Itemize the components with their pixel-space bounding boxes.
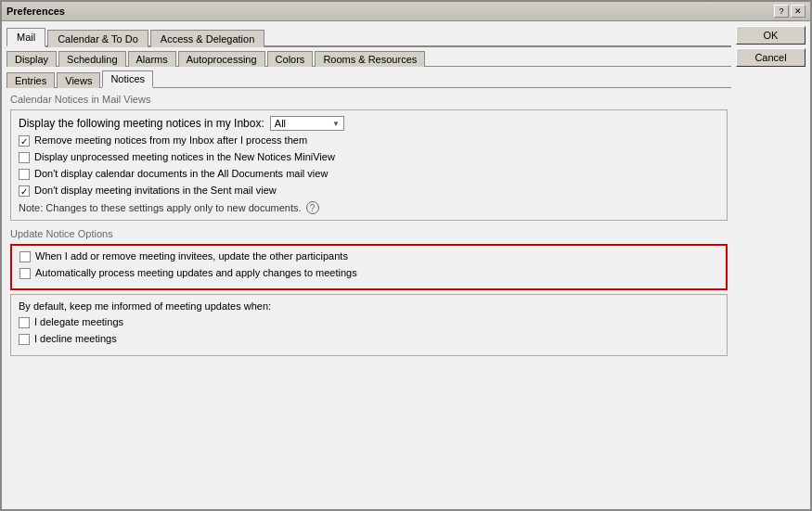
inform-label: By default, keep me informed of meeting … bbox=[19, 300, 719, 312]
update-checkbox-row-1: When I add or remove meeting invitees, u… bbox=[19, 250, 718, 262]
inform-section: By default, keep me informed of meeting … bbox=[10, 294, 728, 356]
checkbox-row-4: Don't display meeting invitations in the… bbox=[19, 185, 719, 197]
checkbox-update-invitees[interactable] bbox=[19, 251, 31, 262]
window-content: Mail Calendar & To Do Access & Delegatio… bbox=[2, 21, 810, 509]
side-buttons: OK Cancel bbox=[736, 26, 806, 505]
calendar-notices-group: Display the following meeting notices in… bbox=[10, 109, 728, 221]
checkbox-unprocessed-notices[interactable] bbox=[19, 152, 30, 163]
checkbox-row-3: Don't display calendar documents in the … bbox=[19, 168, 719, 180]
preferences-window: Preferences ? ✕ Mail Calendar & To Do Ac… bbox=[0, 0, 812, 511]
subtab-colors[interactable]: Colors bbox=[267, 51, 314, 67]
title-bar-controls: ? ✕ bbox=[774, 5, 806, 18]
close-button[interactable]: ✕ bbox=[791, 5, 806, 18]
subtab-views[interactable]: Views bbox=[57, 72, 100, 88]
checkbox-sent-view[interactable] bbox=[19, 185, 30, 197]
notices-dropdown[interactable]: All ▼ bbox=[270, 116, 344, 131]
subtab-entries[interactable]: Entries bbox=[6, 72, 55, 88]
subtab-alarms[interactable]: Alarms bbox=[128, 51, 176, 67]
cancel-button[interactable]: Cancel bbox=[736, 48, 806, 67]
inform-checkbox-row-1: I delegate meetings bbox=[19, 316, 719, 328]
sub-tab-row: Display Scheduling Alarms Autoprocessing… bbox=[6, 50, 731, 67]
tab-calendar-todo[interactable]: Calendar & To Do bbox=[47, 30, 148, 47]
inform-checkbox-row-2: I decline meetings bbox=[19, 333, 719, 345]
help-icon[interactable]: ? bbox=[306, 201, 319, 214]
tab-access-delegation[interactable]: Access & Delegation bbox=[150, 30, 265, 47]
update-checkbox-label-1: When I add or remove meeting invitees, u… bbox=[35, 250, 348, 262]
checkbox-row-2: Display unprocessed meeting notices in t… bbox=[19, 151, 719, 163]
subtab-autoprocessing[interactable]: Autoprocessing bbox=[178, 51, 265, 67]
dropdown-arrow-icon: ▼ bbox=[332, 120, 340, 128]
calendar-notices-label: Calendar Notices in Mail Views bbox=[10, 94, 728, 105]
display-notices-label: Display the following meeting notices in… bbox=[19, 117, 264, 130]
checkbox-auto-process[interactable] bbox=[19, 268, 31, 279]
checkbox-remove-notices[interactable] bbox=[19, 135, 30, 147]
subtab-rooms-resources[interactable]: Rooms & Resources bbox=[315, 51, 425, 67]
subtab-display[interactable]: Display bbox=[6, 51, 57, 67]
tab-mail[interactable]: Mail bbox=[6, 28, 45, 47]
checkbox-label-1: Remove meeting notices from my Inbox aft… bbox=[34, 134, 307, 146]
checkbox-decline[interactable] bbox=[19, 334, 30, 345]
main-area: Mail Calendar & To Do Access & Delegatio… bbox=[6, 26, 731, 505]
help-button[interactable]: ? bbox=[774, 5, 789, 18]
top-tab-row: Mail Calendar & To Do Access & Delegatio… bbox=[6, 26, 731, 47]
update-notice-red-box: When I add or remove meeting invitees, u… bbox=[10, 244, 728, 290]
checkbox-label-3: Don't display calendar documents in the … bbox=[34, 168, 328, 179]
checkbox-row-1: Remove meeting notices from my Inbox aft… bbox=[19, 134, 719, 147]
window-title: Preferences bbox=[6, 6, 65, 17]
checkbox-all-docs[interactable] bbox=[19, 169, 30, 180]
update-checkbox-row-2: Automatically process meeting updates an… bbox=[19, 267, 718, 279]
title-text: Preferences bbox=[6, 6, 65, 17]
sub-sub-tab-row: Entries Views Notices bbox=[6, 70, 731, 88]
update-checkbox-label-2: Automatically process meeting updates an… bbox=[35, 267, 357, 278]
note-row: Note: Changes to these settings apply on… bbox=[19, 201, 719, 214]
inform-checkbox-label-2: I decline meetings bbox=[34, 333, 117, 344]
update-notice-label: Update Notice Options bbox=[10, 228, 728, 239]
inform-checkbox-label-1: I delegate meetings bbox=[34, 316, 123, 327]
note-text: Note: Changes to these settings apply on… bbox=[19, 202, 302, 213]
checkbox-label-2: Display unprocessed meeting notices in t… bbox=[34, 151, 335, 162]
ok-button[interactable]: OK bbox=[736, 26, 806, 45]
checkbox-label-4: Don't display meeting invitations in the… bbox=[34, 185, 277, 196]
subtab-scheduling[interactable]: Scheduling bbox=[58, 51, 125, 67]
checkbox-delegate[interactable] bbox=[19, 317, 30, 328]
title-bar: Preferences ? ✕ bbox=[2, 2, 810, 21]
display-notices-row: Display the following meeting notices in… bbox=[19, 116, 719, 131]
subtab-notices[interactable]: Notices bbox=[102, 70, 153, 88]
